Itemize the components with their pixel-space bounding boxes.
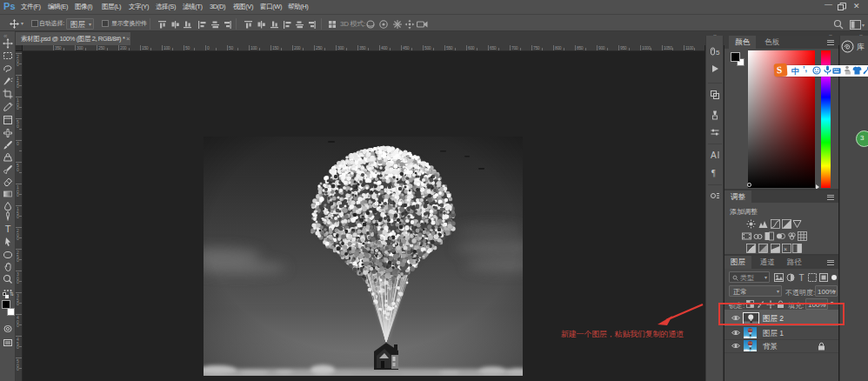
svg-text:T: T bbox=[5, 224, 11, 234]
svg-text:T: T bbox=[798, 273, 804, 282]
svg-text:×: × bbox=[784, 246, 787, 252]
svg-text:A: A bbox=[711, 150, 717, 160]
svg-text:5: 5 bbox=[716, 49, 720, 57]
svg-text:¶: ¶ bbox=[711, 168, 716, 177]
